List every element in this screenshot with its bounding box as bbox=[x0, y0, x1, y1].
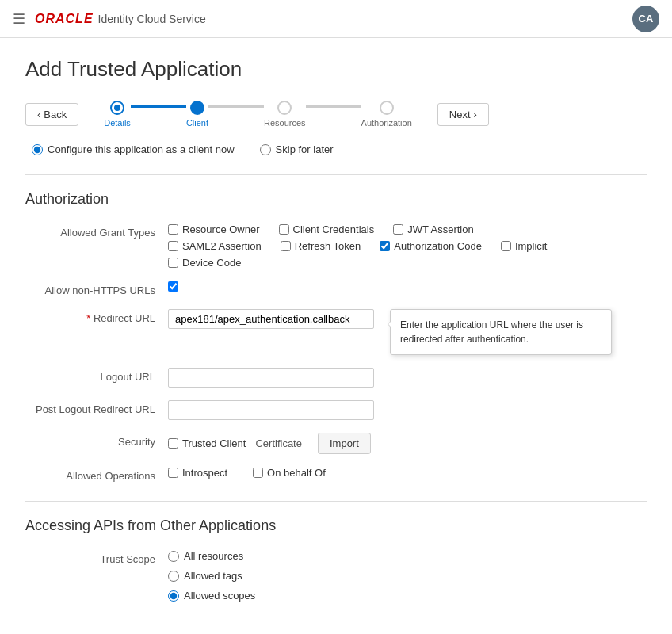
implicit-checkbox[interactable] bbox=[501, 241, 511, 251]
allow-non-https-label: Allow non-HTTPS URLs bbox=[25, 281, 168, 296]
resource-owner-checkbox[interactable] bbox=[168, 224, 178, 235]
step-authorization: Authorization bbox=[361, 101, 412, 128]
refresh-token-checkbox-item[interactable]: Refresh Token bbox=[281, 240, 361, 252]
page-title: Add Trusted Application bbox=[25, 57, 647, 82]
step-details-label: Details bbox=[104, 118, 131, 128]
post-logout-url-label: Post Logout Redirect URL bbox=[25, 400, 168, 415]
grant-types-row-3: Device Code bbox=[168, 257, 260, 269]
import-button[interactable]: Import bbox=[318, 433, 371, 454]
authorization-section: Authorization Allowed Grant Types Resour… bbox=[25, 174, 647, 482]
all-resources-radio[interactable] bbox=[168, 551, 179, 562]
client-credentials-checkbox-item[interactable]: Client Credentials bbox=[279, 223, 375, 235]
grant-types-row-1: Resource Owner Client Credentials JWT As… bbox=[168, 223, 493, 235]
logout-url-content bbox=[168, 368, 374, 388]
grant-types-row-2: SAML2 Assertion Refresh Token Authorizat… bbox=[168, 240, 566, 252]
client-credentials-checkbox[interactable] bbox=[279, 224, 289, 235]
device-code-checkbox[interactable] bbox=[168, 258, 178, 268]
back-button[interactable]: ‹ Back bbox=[25, 103, 78, 126]
jwt-assertion-checkbox-item[interactable]: JWT Assertion bbox=[393, 223, 474, 235]
refresh-token-checkbox[interactable] bbox=[281, 241, 291, 251]
security-row: Security Trusted Client Certificate Impo… bbox=[25, 433, 647, 454]
on-behalf-of-checkbox-item[interactable]: On behalf Of bbox=[253, 467, 326, 479]
logout-url-row: Logout URL bbox=[25, 368, 647, 388]
step-details: Details bbox=[104, 101, 131, 128]
redirect-url-tooltip: Enter the application URL where the user… bbox=[390, 309, 612, 355]
allow-non-https-content bbox=[168, 281, 178, 292]
step-connector-2 bbox=[208, 105, 264, 108]
configure-now-radio[interactable] bbox=[32, 144, 43, 155]
allowed-operations-row: Allowed Operations Introspect On behalf … bbox=[25, 467, 647, 482]
step-client-label: Client bbox=[186, 118, 208, 128]
trust-scope-row: Trust Scope All resources Allowed tags A… bbox=[25, 550, 647, 602]
client-options: Configure this application as a client n… bbox=[25, 143, 647, 155]
post-logout-url-input[interactable] bbox=[168, 400, 374, 420]
page-content: Add Trusted Application ‹ Back Details C… bbox=[0, 38, 672, 634]
allowed-scopes-radio[interactable] bbox=[168, 590, 179, 602]
trusted-client-checkbox[interactable] bbox=[168, 438, 178, 449]
grant-types-group: Resource Owner Client Credentials JWT As… bbox=[168, 223, 647, 269]
on-behalf-of-checkbox[interactable] bbox=[253, 468, 263, 478]
security-label: Security bbox=[25, 433, 168, 448]
allowed-scopes-option[interactable]: Allowed scopes bbox=[168, 590, 255, 602]
step-client: Client bbox=[186, 101, 208, 128]
grant-types-content: Resource Owner Client Credentials JWT As… bbox=[168, 223, 647, 269]
header: ☰ ORACLE Identity Cloud Service CA bbox=[0, 0, 672, 38]
allowed-tags-radio[interactable] bbox=[168, 571, 179, 582]
step-resources-label: Resources bbox=[264, 118, 306, 128]
next-button[interactable]: Next › bbox=[437, 103, 489, 126]
redirect-url-row: Redirect URL Enter the application URL w… bbox=[25, 309, 647, 355]
authorization-section-title: Authorization bbox=[25, 191, 647, 208]
skip-later-radio[interactable] bbox=[260, 144, 271, 155]
authorization-code-checkbox-item[interactable]: Authorization Code bbox=[380, 240, 482, 252]
trust-scope-label: Trust Scope bbox=[25, 550, 168, 565]
allowed-tags-option[interactable]: Allowed tags bbox=[168, 570, 255, 582]
jwt-assertion-checkbox[interactable] bbox=[393, 224, 403, 235]
authorization-code-checkbox[interactable] bbox=[380, 241, 390, 251]
introspect-checkbox[interactable] bbox=[168, 468, 178, 478]
certificate-label: Certificate bbox=[255, 437, 302, 449]
back-arrow-icon: ‹ bbox=[37, 109, 40, 120]
avatar: CA bbox=[632, 6, 659, 32]
introspect-checkbox-item[interactable]: Introspect bbox=[168, 467, 227, 479]
logout-url-input[interactable] bbox=[168, 368, 374, 388]
resource-owner-checkbox-item[interactable]: Resource Owner bbox=[168, 223, 260, 235]
service-title: Identity Cloud Service bbox=[98, 13, 632, 25]
logout-url-label: Logout URL bbox=[25, 368, 168, 383]
allowed-grant-types-label: Allowed Grant Types bbox=[25, 223, 168, 239]
redirect-url-input[interactable] bbox=[168, 309, 374, 329]
wizard-nav: ‹ Back Details Client bbox=[25, 101, 647, 128]
step-resources: Resources bbox=[264, 101, 306, 128]
step-connector-1 bbox=[131, 105, 186, 108]
oracle-logo: ORACLE bbox=[35, 12, 94, 26]
allowed-operations-label: Allowed Operations bbox=[25, 467, 168, 482]
step-connector-3 bbox=[306, 105, 361, 108]
redirect-url-content: Enter the application URL where the user… bbox=[168, 309, 612, 355]
trusted-client-checkbox-item[interactable]: Trusted Client bbox=[168, 437, 246, 449]
menu-icon[interactable]: ☰ bbox=[13, 10, 25, 28]
skip-later-option[interactable]: Skip for later bbox=[260, 143, 334, 155]
step-authorization-label: Authorization bbox=[361, 118, 412, 128]
post-logout-url-row: Post Logout Redirect URL bbox=[25, 400, 647, 420]
allowed-grant-types-row: Allowed Grant Types Resource Owner Clien… bbox=[25, 223, 647, 269]
saml2-assertion-checkbox[interactable] bbox=[168, 241, 178, 251]
implicit-checkbox-item[interactable]: Implicit bbox=[501, 240, 547, 252]
post-logout-url-content bbox=[168, 400, 374, 420]
configure-now-option[interactable]: Configure this application as a client n… bbox=[32, 143, 235, 155]
redirect-url-label: Redirect URL bbox=[25, 309, 168, 324]
saml2-assertion-checkbox-item[interactable]: SAML2 Assertion bbox=[168, 240, 262, 252]
wizard-steps: Details Client Resources Authorization bbox=[104, 101, 412, 128]
security-content: Trusted Client Certificate Import bbox=[168, 433, 371, 454]
trust-scope-options: All resources Allowed tags Allowed scope… bbox=[168, 550, 255, 602]
accessing-apis-title: Accessing APIs from Other Applications bbox=[25, 518, 647, 534]
next-arrow-icon: › bbox=[474, 109, 477, 120]
allow-non-https-checkbox[interactable] bbox=[168, 281, 178, 292]
all-resources-option[interactable]: All resources bbox=[168, 550, 255, 562]
allowed-operations-content: Introspect On behalf Of bbox=[168, 467, 345, 479]
accessing-apis-section: Accessing APIs from Other Applications T… bbox=[25, 501, 647, 602]
allow-non-https-row: Allow non-HTTPS URLs bbox=[25, 281, 647, 296]
device-code-checkbox-item[interactable]: Device Code bbox=[168, 257, 241, 269]
